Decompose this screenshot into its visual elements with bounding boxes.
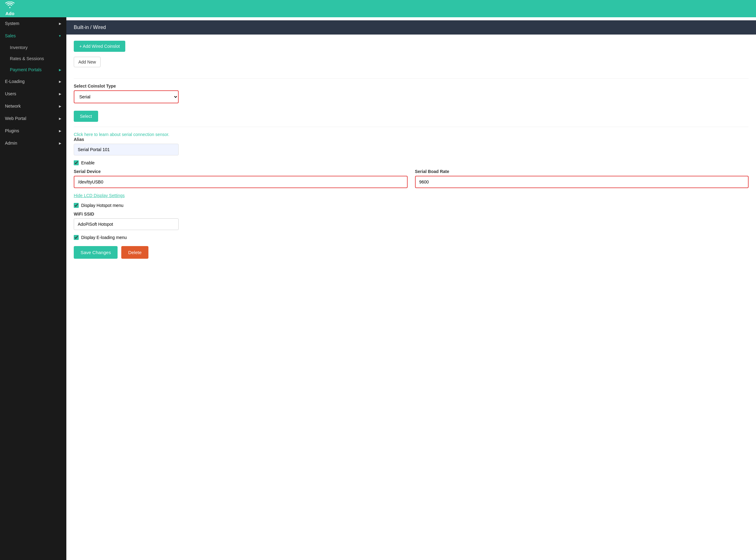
sidebar-item-network[interactable]: Network ▶ <box>0 100 66 112</box>
display-eloading-label: Display E-loading menu <box>81 235 127 240</box>
sidebar-item-label: Admin <box>5 141 17 145</box>
sidebar-item-eloading[interactable]: E-Loading ▶ <box>0 75 66 87</box>
topbar: Ado <box>0 0 756 17</box>
chevron-right-icon: ▶ <box>59 104 61 108</box>
sidebar-sub-item-rates[interactable]: Rates & Sessions <box>0 53 66 64</box>
main-content: Built-in / Wired + Add Wired Coinslot Ad… <box>66 17 756 560</box>
select-button[interactable]: Select <box>74 111 98 122</box>
sidebar-item-label: System <box>5 21 19 26</box>
wifi-ssid-group: WiFi SSID <box>74 212 749 230</box>
sidebar-item-admin[interactable]: Admin ▶ <box>0 137 66 149</box>
chevron-right-icon: ▶ <box>59 129 61 133</box>
display-hotspot-checkbox[interactable] <box>74 203 79 208</box>
hide-lcd-link[interactable]: Hide LCD Display Settings <box>74 193 749 198</box>
serial-baud-group: Serial Boad Rate <box>415 169 749 188</box>
learn-link[interactable]: Click here to learn about serial connect… <box>74 132 169 137</box>
sidebar-item-users[interactable]: Users ▶ <box>0 87 66 100</box>
wifi-ssid-input[interactable] <box>74 218 179 230</box>
display-hotspot-row: Display Hotspot menu <box>74 203 749 208</box>
serial-device-label: Serial Device <box>74 169 408 174</box>
wifi-ssid-label: WiFi SSID <box>74 212 749 217</box>
logo-text: Ado <box>5 11 14 16</box>
save-changes-button[interactable]: Save Changes <box>74 246 118 259</box>
chevron-right-icon: ▶ <box>59 22 61 25</box>
chevron-right-icon: ▶ <box>59 142 61 145</box>
sidebar-item-plugins[interactable]: Plugins ▶ <box>0 125 66 137</box>
sidebar-item-label: Plugins <box>5 128 19 133</box>
delete-button[interactable]: Delete <box>121 246 148 259</box>
wifi-icon <box>5 2 15 10</box>
display-hotspot-label: Display Hotspot menu <box>81 203 123 208</box>
sidebar-sub-item-payment-portals[interactable]: Payment Portals ▶ <box>0 64 66 75</box>
alias-label: Alias <box>74 137 749 142</box>
chevron-right-icon: ▶ <box>59 92 61 96</box>
partial-top-bar <box>66 17 756 20</box>
sidebar-sub-item-inventory[interactable]: Inventory <box>0 42 66 53</box>
serial-device-input[interactable] <box>74 176 408 188</box>
enable-checkbox[interactable] <box>74 160 79 165</box>
bottom-buttons: Save Changes Delete <box>74 246 749 259</box>
serial-fields: Serial Device Serial Boad Rate <box>74 169 749 188</box>
coinslot-type-select[interactable]: Serial Parallel USB HID <box>74 91 179 103</box>
add-wired-coinslot-button[interactable]: + Add Wired Coinslot <box>74 41 125 52</box>
serial-baud-input[interactable] <box>415 176 749 188</box>
sidebar-item-label: Users <box>5 91 16 96</box>
sidebar-item-label: Web Portal <box>5 116 26 121</box>
sidebar-item-label: Network <box>5 104 21 108</box>
chevron-right-icon: ▶ <box>59 117 61 120</box>
enable-label: Enable <box>81 160 95 165</box>
alias-group: Alias <box>74 137 749 155</box>
divider-2 <box>74 127 749 127</box>
section-header: Built-in / Wired <box>66 20 756 35</box>
chevron-right-icon: ▶ <box>59 68 61 72</box>
display-eloading-checkbox[interactable] <box>74 235 79 240</box>
sidebar-item-label: E-Loading <box>5 79 25 84</box>
sidebar-item-web-portal[interactable]: Web Portal ▶ <box>0 112 66 125</box>
add-new-button[interactable]: Add New <box>74 57 101 67</box>
logo: Ado <box>5 2 15 16</box>
chevron-right-icon: ▶ <box>59 80 61 83</box>
sidebar-item-sales[interactable]: Sales ▼ <box>0 29 66 42</box>
chevron-down-icon: ▼ <box>58 34 61 38</box>
enable-row: Enable <box>74 160 749 165</box>
section-body: + Add Wired Coinslot Add New Select Coin… <box>66 35 756 265</box>
coinslot-type-group: Select Coinslot Type Serial Parallel USB… <box>74 84 749 103</box>
serial-device-group: Serial Device <box>74 169 408 188</box>
divider-1 <box>74 78 749 79</box>
serial-baud-label: Serial Boad Rate <box>415 169 749 174</box>
sidebar: System ▶ Sales ▼ Inventory Rates & Sessi… <box>0 17 66 560</box>
display-eloading-row: Display E-loading menu <box>74 235 749 240</box>
sidebar-item-system[interactable]: System ▶ <box>0 17 66 29</box>
alias-input[interactable] <box>74 144 179 155</box>
coinslot-type-label: Select Coinslot Type <box>74 84 749 88</box>
sidebar-item-label: Sales <box>5 33 16 38</box>
